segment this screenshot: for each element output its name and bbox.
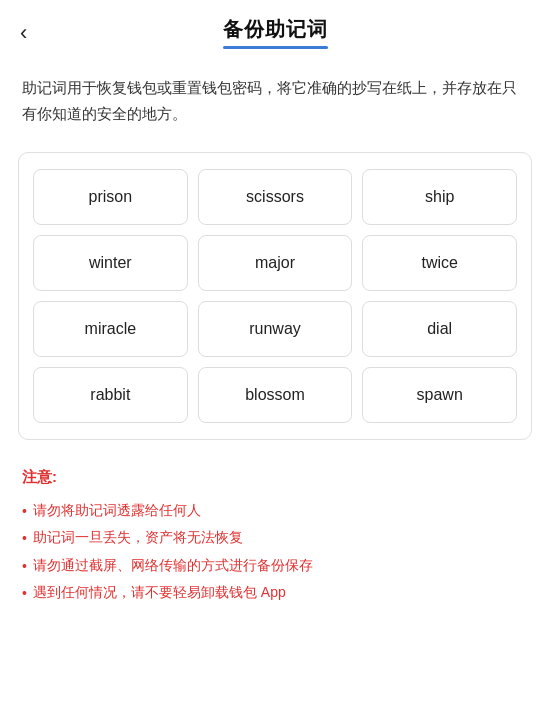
mnemonic-word-8: runway <box>198 301 353 357</box>
description-text: 助记词用于恢复钱包或重置钱包密码，将它准确的抄写在纸上，并存放在只有你知道的安全… <box>0 57 550 138</box>
title-underline <box>223 46 328 49</box>
notice-section: 注意: 请勿将助记词透露给任何人助记词一旦丢失，资产将无法恢复请勿通过截屏、网络… <box>0 454 550 625</box>
mnemonic-word-12: spawn <box>362 367 517 423</box>
notice-items-container: 请勿将助记词透露给任何人助记词一旦丢失，资产将无法恢复请勿通过截屏、网络传输的方… <box>22 497 528 607</box>
mnemonic-grid: prisonscissorsshipwintermajortwicemiracl… <box>27 163 523 429</box>
title-wrap: 备份助记词 <box>223 16 328 49</box>
mnemonic-word-4: winter <box>33 235 188 291</box>
mnemonic-word-6: twice <box>362 235 517 291</box>
mnemonic-word-1: prison <box>33 169 188 225</box>
notice-item-2: 助记词一旦丢失，资产将无法恢复 <box>22 524 528 552</box>
header: ‹ 备份助记词 <box>0 0 550 57</box>
notice-title: 注意: <box>22 468 528 487</box>
mnemonic-grid-container: prisonscissorsshipwintermajortwicemiracl… <box>18 152 532 440</box>
notice-item-3: 请勿通过截屏、网络传输的方式进行备份保存 <box>22 552 528 580</box>
page-title: 备份助记词 <box>223 16 328 43</box>
back-button[interactable]: ‹ <box>20 22 27 44</box>
mnemonic-word-10: rabbit <box>33 367 188 423</box>
mnemonic-word-3: ship <box>362 169 517 225</box>
mnemonic-word-5: major <box>198 235 353 291</box>
notice-item-1: 请勿将助记词透露给任何人 <box>22 497 528 525</box>
mnemonic-word-2: scissors <box>198 169 353 225</box>
notice-item-4: 遇到任何情况，请不要轻易卸载钱包 App <box>22 579 528 607</box>
mnemonic-word-11: blossom <box>198 367 353 423</box>
mnemonic-word-7: miracle <box>33 301 188 357</box>
mnemonic-word-9: dial <box>362 301 517 357</box>
